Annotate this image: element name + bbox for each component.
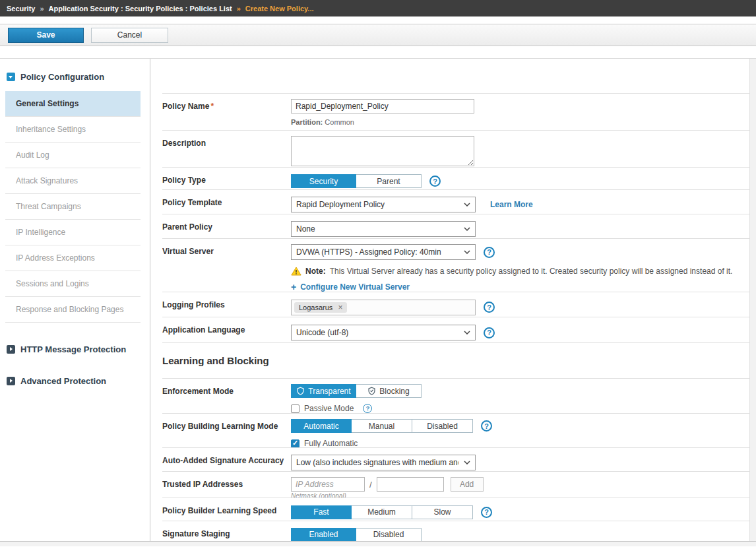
learning-and-blocking-section: Learning and Blocking — [162, 343, 749, 379]
fully-automatic-checkbox[interactable] — [291, 439, 299, 448]
spacer — [0, 46, 756, 58]
toolbar: Save Cancel — [0, 24, 756, 46]
plus-icon: + — [291, 282, 296, 292]
field-enforcement-mode: Enforcement Mode Transparent Blocking — [162, 379, 749, 414]
logging-profile-tag: Logasarus × — [294, 302, 347, 313]
shield-outline-icon — [296, 387, 305, 395]
enforcement-mode-label: Enforcement Mode — [162, 387, 234, 396]
policy-type-parent-button[interactable]: Parent — [356, 174, 422, 188]
warning-icon — [291, 267, 301, 276]
passive-mode-checkbox[interactable] — [291, 404, 299, 413]
learn-more-link[interactable]: Learn More — [490, 200, 533, 209]
field-policy-name: Policy Name* Partition: Common — [162, 94, 749, 131]
enforcement-mode-toggle: Transparent Blocking — [291, 384, 749, 398]
learning-mode-automatic-button[interactable]: Automatic — [291, 419, 352, 433]
ip-address-input[interactable] — [291, 477, 365, 492]
help-icon[interactable]: ? — [363, 404, 372, 413]
learning-speed-slow-button[interactable]: Slow — [412, 505, 473, 519]
breadcrumb-separator-icon: » — [40, 5, 44, 13]
sidebar-item-inheritance-settings[interactable]: Inheritance Settings — [5, 117, 141, 143]
note-text: This Virtual Server already has a securi… — [330, 267, 733, 276]
field-policy-type: Policy Type Security Parent ? — [162, 168, 749, 190]
field-signature-staging: Signature Staging Enabled Disabled — [162, 521, 749, 541]
enforcement-blocking-button[interactable]: Blocking — [356, 384, 422, 398]
application-language-label: Application Language — [162, 325, 245, 335]
sidebar-section-advanced-protection[interactable]: Advanced Protection — [5, 376, 141, 386]
application-language-select[interactable]: Unicode (utf-8) — [291, 325, 476, 340]
breadcrumb: Security » Application Security : Securi… — [0, 0, 756, 16]
remove-tag-icon[interactable]: × — [338, 304, 342, 311]
sidebar-item-general-settings[interactable]: General Settings — [5, 91, 141, 117]
policy-type-label: Policy Type — [162, 176, 206, 185]
description-label: Description — [162, 139, 206, 148]
netmask-input[interactable] — [377, 477, 444, 492]
policy-name-label: Policy Name — [162, 102, 209, 111]
save-button[interactable]: Save — [8, 28, 84, 43]
sidebar-section-policy-configuration[interactable]: Policy Configuration — [5, 72, 141, 82]
learning-mode-disabled-button[interactable]: Disabled — [412, 419, 473, 433]
enforcement-transparent-button[interactable]: Transparent — [291, 384, 356, 398]
sidebar-section-label: Advanced Protection — [20, 376, 106, 386]
content-area: Policy Configuration General Settings In… — [0, 58, 756, 542]
help-icon[interactable]: ? — [429, 176, 441, 187]
sidebar-item-ip-address-exceptions[interactable]: IP Address Exceptions — [5, 245, 141, 271]
signature-staging-disabled-button[interactable]: Disabled — [356, 528, 422, 542]
spacer — [0, 542, 756, 546]
learning-speed-fast-button[interactable]: Fast — [291, 505, 352, 519]
learning-speed-medium-button[interactable]: Medium — [352, 505, 412, 519]
sidebar-item-response-and-blocking-pages[interactable]: Response and Blocking Pages — [5, 297, 141, 323]
sidebar-item-ip-intelligence[interactable]: IP Intelligence — [5, 220, 141, 245]
learning-mode-manual-button[interactable]: Manual — [352, 419, 412, 433]
policy-name-input[interactable] — [291, 99, 474, 113]
configure-new-virtual-server-link[interactable]: + Configure New Virtual Server — [291, 282, 749, 292]
parent-policy-select[interactable]: None — [291, 221, 476, 237]
help-icon[interactable]: ? — [484, 302, 495, 313]
breadcrumb-path[interactable]: Application Security : Security Policies… — [49, 5, 232, 13]
description-textarea[interactable] — [291, 136, 474, 166]
expand-section-icon — [7, 345, 15, 354]
learning-mode-toggle: Automatic Manual Disabled — [291, 419, 473, 433]
policy-type-toggle: Security Parent — [291, 174, 422, 188]
section-title: Learning and Blocking — [162, 355, 749, 366]
collapse-section-icon — [7, 73, 15, 81]
sidebar-item-attack-signatures[interactable]: Attack Signatures — [5, 168, 141, 194]
sidebar-item-sessions-and-logins[interactable]: Sessions and Logins — [5, 271, 141, 297]
field-description: Description — [162, 131, 749, 168]
logging-profiles-label: Logging Profiles — [162, 300, 225, 309]
signature-accuracy-label: Auto-Added Signature Accuracy — [162, 456, 284, 465]
help-icon[interactable]: ? — [484, 247, 495, 258]
breadcrumb-current: Create New Policy... — [245, 5, 314, 13]
learning-speed-label: Policy Builder Learning Speed — [162, 506, 276, 515]
logging-profiles-input[interactable]: Logasarus × — [291, 300, 476, 315]
learning-speed-toggle: Fast Medium Slow — [291, 505, 473, 519]
sidebar-item-audit-log[interactable]: Audit Log — [5, 143, 141, 168]
sidebar-section-http-message-protection[interactable]: HTTP Message Protection — [5, 344, 141, 354]
learning-mode-label: Policy Building Learning Mode — [162, 422, 278, 431]
field-application-language: Application Language Unicode (utf-8) ? — [162, 317, 749, 343]
parent-policy-label: Parent Policy — [162, 222, 212, 232]
field-learning-mode: Policy Building Learning Mode Automatic … — [162, 414, 749, 448]
signature-accuracy-select[interactable]: Low (also includes signatures with mediu… — [291, 455, 476, 470]
partition-label: Partition: — [291, 118, 323, 126]
help-icon[interactable]: ? — [481, 507, 492, 518]
partition-value: Common — [325, 118, 354, 126]
breadcrumb-section[interactable]: Security — [7, 5, 35, 13]
field-logging-profiles: Logging Profiles Logasarus × ? — [162, 292, 749, 317]
add-ip-button[interactable]: Add — [451, 477, 484, 492]
scrollbar[interactable] — [749, 59, 756, 541]
signature-staging-enabled-button[interactable]: Enabled — [291, 528, 356, 542]
expand-section-icon — [7, 377, 15, 385]
netmask-hint: Netmask (optional) — [291, 493, 749, 498]
policy-type-security-button[interactable]: Security — [291, 174, 356, 188]
virtual-server-note: Note: This Virtual Server already has a … — [291, 267, 749, 276]
policy-template-select[interactable]: Rapid Deployment Policy — [291, 197, 476, 212]
chevron-down-icon — [464, 227, 470, 231]
sidebar: Policy Configuration General Settings In… — [0, 59, 150, 541]
signature-staging-label: Signature Staging — [162, 529, 230, 538]
sidebar-item-threat-campaigns[interactable]: Threat Campaigns — [5, 194, 141, 220]
cancel-button[interactable]: Cancel — [91, 28, 168, 43]
partition-info: Partition: Common — [291, 118, 749, 126]
virtual-server-select[interactable]: DVWA (HTTPS) - Assigned Policy: 40min — [291, 244, 476, 260]
help-icon[interactable]: ? — [481, 420, 492, 432]
help-icon[interactable]: ? — [484, 327, 495, 338]
